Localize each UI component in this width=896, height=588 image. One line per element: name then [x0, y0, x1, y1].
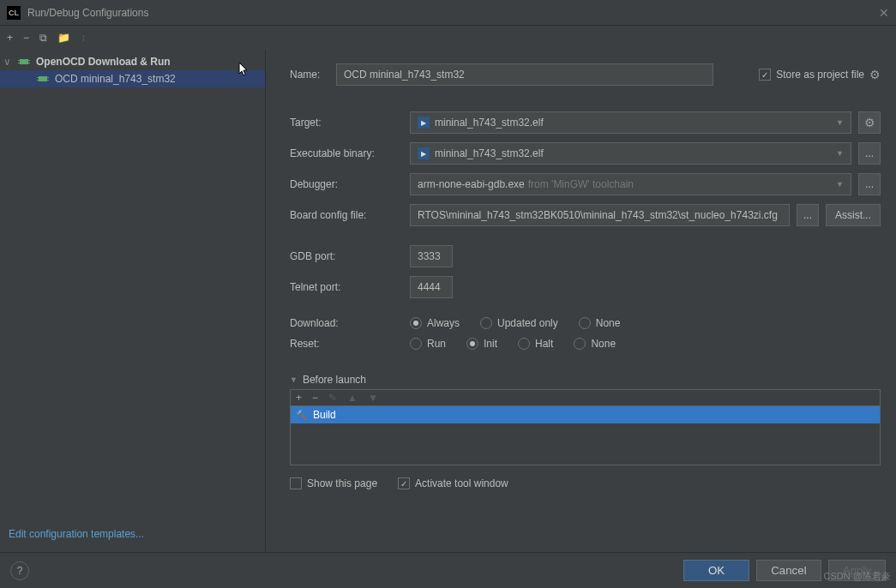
elf-icon: ▶	[418, 117, 430, 129]
svg-rect-4	[28, 63, 30, 63]
download-always-radio[interactable]: Always	[410, 317, 460, 329]
hammer-icon: 🔨	[296, 410, 308, 421]
gdb-port-label: GDB port:	[290, 250, 410, 262]
target-label: Target:	[290, 117, 410, 129]
add-icon[interactable]: +	[296, 392, 302, 404]
assist-button[interactable]: Assist...	[826, 204, 881, 226]
remove-icon[interactable]: −	[312, 392, 318, 404]
store-checkbox[interactable]	[759, 69, 771, 81]
app-icon: CL	[7, 6, 21, 20]
config-item-label: OCD mininal_h743_stm32	[55, 73, 176, 85]
window-title: Run/Debug Configurations	[27, 7, 879, 19]
chevron-down-icon: ▼	[836, 180, 844, 189]
debugger-value: arm-none-eabi-gdb.exe	[418, 178, 525, 190]
debugger-label: Debugger:	[290, 178, 410, 190]
svg-rect-6	[37, 77, 39, 78]
board-input[interactable]	[410, 204, 790, 226]
expand-icon[interactable]: ∨	[3, 56, 14, 68]
reset-label: Reset:	[290, 338, 410, 350]
config-toolbar: + − ⧉ 📁 ↕	[0, 26, 896, 50]
before-launch-header[interactable]: ▼ Before launch	[290, 374, 881, 386]
up-icon: ▲	[347, 392, 358, 404]
svg-rect-9	[47, 80, 49, 81]
exec-browse-button[interactable]: ...	[858, 142, 881, 165]
cancel-button[interactable]: Cancel	[756, 560, 821, 581]
svg-rect-3	[28, 60, 30, 61]
exec-combo[interactable]: ▶ mininal_h743_stm32.elf ▼	[410, 142, 851, 165]
debugger-combo[interactable]: arm-none-eabi-gdb.exe from 'MinGW' toolc…	[410, 173, 851, 195]
titlebar: CL Run/Debug Configurations ✕	[0, 0, 896, 26]
openocd-icon	[17, 56, 31, 68]
help-button[interactable]: ?	[10, 561, 29, 580]
svg-rect-7	[37, 80, 39, 81]
svg-rect-5	[39, 76, 47, 81]
name-input[interactable]	[336, 63, 713, 86]
gear-icon: ⚙	[864, 116, 875, 129]
before-launch-toolbar: + − ✎ ▲ ▼	[290, 389, 881, 405]
down-icon: ▼	[368, 392, 378, 404]
sidebar: ∨ OpenOCD Download & Run OCD mininal_h74…	[0, 50, 266, 552]
svg-rect-8	[47, 77, 49, 78]
activate-tool-label: Activate tool window	[415, 477, 508, 489]
watermark: CSDN @陈君豪	[824, 570, 891, 583]
main-content: ∨ OpenOCD Download & Run OCD mininal_h74…	[0, 50, 896, 552]
edit-icon: ✎	[328, 392, 337, 404]
copy-icon[interactable]: ⧉	[39, 32, 47, 44]
config-group[interactable]: ∨ OpenOCD Download & Run	[0, 53, 265, 70]
reset-halt-radio[interactable]: Halt	[518, 338, 553, 350]
svg-rect-0	[20, 59, 28, 64]
name-label: Name:	[290, 69, 336, 81]
activate-tool-checkbox[interactable]	[398, 477, 410, 489]
board-browse-button[interactable]: ...	[797, 204, 819, 226]
download-label: Download:	[290, 317, 410, 329]
add-icon[interactable]: +	[7, 32, 13, 44]
dialog-footer: ? OK Cancel Apply	[0, 552, 896, 588]
openocd-icon	[36, 73, 50, 85]
exec-value: mininal_h743_stm32.elf	[435, 147, 544, 159]
show-page-label: Show this page	[307, 477, 377, 489]
download-updated-radio[interactable]: Updated only	[480, 317, 558, 329]
config-tree: ∨ OpenOCD Download & Run OCD mininal_h74…	[0, 50, 265, 519]
elf-icon: ▶	[418, 147, 430, 159]
target-settings-button[interactable]: ⚙	[858, 111, 881, 134]
chevron-down-icon: ▼	[836, 149, 844, 158]
gear-icon[interactable]: ⚙	[869, 68, 881, 81]
telnet-port-label: Telnet port:	[290, 281, 410, 293]
svg-rect-2	[18, 63, 20, 63]
show-page-checkbox[interactable]	[290, 477, 302, 489]
exec-label: Executable binary:	[290, 147, 410, 159]
config-form: Name: Store as project file ⚙ Target: ▶ …	[266, 50, 896, 552]
debugger-sub: from 'MinGW' toolchain	[528, 178, 634, 190]
board-label: Board config file:	[290, 209, 410, 221]
close-icon[interactable]: ✕	[879, 6, 889, 20]
target-value: mininal_h743_stm32.elf	[435, 117, 544, 129]
collapse-icon: ▼	[290, 375, 298, 384]
reset-run-radio[interactable]: Run	[410, 338, 446, 350]
chevron-down-icon: ▼	[836, 118, 844, 127]
config-group-label: OpenOCD Download & Run	[36, 56, 171, 68]
reset-none-radio[interactable]: None	[574, 338, 616, 350]
svg-rect-1	[18, 60, 20, 61]
target-combo[interactable]: ▶ mininal_h743_stm32.elf ▼	[410, 111, 851, 134]
folder-icon[interactable]: 📁	[57, 32, 70, 44]
before-launch-list[interactable]: 🔨 Build	[290, 405, 881, 465]
config-item[interactable]: OCD mininal_h743_stm32	[0, 70, 265, 87]
sort-icon[interactable]: ↕	[81, 32, 86, 44]
telnet-port-input[interactable]	[410, 276, 453, 298]
remove-icon[interactable]: −	[23, 32, 29, 44]
gdb-port-input[interactable]	[410, 245, 453, 267]
download-none-radio[interactable]: None	[579, 317, 621, 329]
store-label: Store as project file	[776, 69, 864, 81]
debugger-browse-button[interactable]: ...	[858, 173, 881, 195]
reset-init-radio[interactable]: Init	[466, 338, 497, 350]
build-task-item[interactable]: 🔨 Build	[291, 406, 880, 423]
ok-button[interactable]: OK	[683, 560, 749, 581]
edit-templates-link[interactable]: Edit configuration templates...	[0, 519, 265, 552]
